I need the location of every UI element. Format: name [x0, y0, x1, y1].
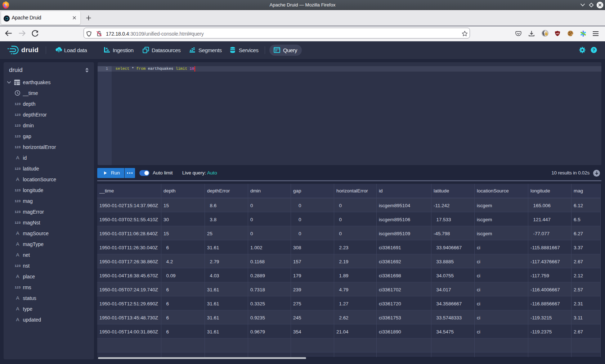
- svg-text:?: ?: [592, 48, 595, 52]
- svg-text:uO: uO: [556, 32, 559, 35]
